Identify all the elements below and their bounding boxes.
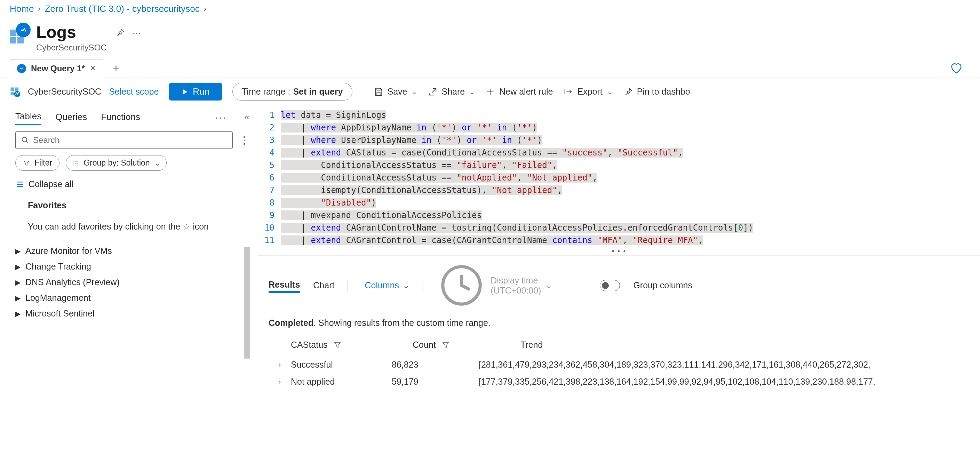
page-title: Logs [36, 24, 107, 41]
results-toolbar: Results Chart Columns⌄ Display time (UTC… [258, 255, 980, 315]
pin-to-dashboard-button[interactable]: Pin to dashbo [623, 87, 690, 97]
svg-rect-4 [377, 88, 380, 90]
line-gutter: 1234567891011 [258, 109, 281, 247]
clock-icon [437, 260, 486, 310]
sidebar: Tables Queries Functions ··· « ⋮ Filter … [0, 105, 258, 453]
svg-rect-1 [15, 87, 18, 91]
filter-icon[interactable] [441, 341, 450, 349]
more-icon[interactable]: ⋮ [239, 139, 250, 141]
close-icon[interactable]: ✕ [90, 64, 96, 73]
more-icon[interactable]: ··· [132, 27, 141, 39]
search-field[interactable] [33, 135, 227, 145]
svg-rect-5 [377, 92, 380, 95]
code-content[interactable]: let data = SigninLogs | where AppDisplay… [281, 109, 980, 247]
workspace-name: CyberSecuritySOC [28, 87, 101, 97]
chevron-right-icon: › [204, 5, 206, 14]
separator [363, 85, 363, 98]
page-subtitle: CyberSecuritySOC [36, 43, 107, 52]
chevron-right-icon: ▶ [15, 278, 21, 287]
query-tabs-row: New Query 1* ✕ + [0, 59, 980, 78]
select-scope-link[interactable]: Select scope [109, 87, 159, 97]
share-button[interactable]: Share⌄ [428, 87, 475, 97]
chevron-right-icon[interactable]: › [269, 377, 291, 386]
new-alert-button[interactable]: New alert rule [485, 87, 553, 97]
group-icon [72, 159, 79, 167]
query-editor[interactable]: 1234567891011 let data = SigninLogs | wh… [258, 105, 980, 250]
breadcrumb-item[interactable]: Zero Trust (TIC 3.0) - cybersecuritysoc [45, 3, 200, 14]
add-tab-button[interactable]: + [110, 62, 123, 74]
favorite-icon[interactable] [950, 61, 970, 76]
cell-trend: [281,361,479,293,234,362,458,304,189,323… [479, 360, 970, 370]
run-button[interactable]: Run [169, 83, 222, 100]
tree-item[interactable]: ▶Microsoft Sentinel [15, 308, 250, 319]
tab-results[interactable]: Results [269, 278, 300, 293]
tab-tables[interactable]: Tables [15, 109, 41, 125]
breadcrumb-home[interactable]: Home [10, 3, 34, 14]
chevron-right-icon: ▶ [15, 247, 21, 255]
cell-castatus: Successful [291, 360, 392, 370]
column-header-castatus[interactable]: CAStatus [291, 340, 392, 350]
scrollbar[interactable] [244, 247, 250, 359]
editor-ellipsis-icon[interactable]: • • • [258, 247, 980, 255]
more-icon[interactable]: ··· [215, 111, 227, 123]
columns-button[interactable]: Columns⌄ [361, 280, 410, 290]
svg-rect-0 [11, 87, 14, 91]
tree-item[interactable]: ▶DNS Analytics (Preview) [15, 277, 250, 287]
status-message: Completed. Showing results from the cust… [258, 315, 980, 331]
collapse-panel-icon[interactable]: « [245, 112, 250, 122]
group-columns-toggle[interactable] [600, 280, 620, 291]
workspace-icon [17, 64, 26, 73]
pin-icon[interactable] [115, 28, 125, 38]
tree-item[interactable]: ▶Change Tracking [15, 262, 250, 271]
table-row[interactable]: › Successful 86,823 [281,361,479,293,234… [269, 356, 970, 373]
query-toolbar: CyberSecuritySOC Select scope Run Time r… [0, 78, 980, 105]
group-columns-label: Group columns [633, 280, 692, 290]
tab-functions[interactable]: Functions [101, 110, 140, 124]
cell-count: 59,179 [392, 377, 479, 387]
tab-queries[interactable]: Queries [55, 110, 87, 124]
chevron-right-icon: › [38, 5, 40, 14]
groupby-button[interactable]: Group by: Solution ⌄ [66, 155, 167, 171]
column-header-count[interactable]: Count [413, 340, 500, 350]
svg-point-6 [22, 137, 27, 142]
chevron-right-icon[interactable]: › [269, 360, 291, 369]
search-input[interactable] [15, 132, 233, 149]
filter-icon[interactable] [333, 341, 342, 349]
tree-item[interactable]: ▶Azure Monitor for VMs [15, 246, 250, 256]
svg-point-3 [14, 91, 21, 97]
filter-button[interactable]: Filter [15, 155, 59, 171]
table-row[interactable]: › Not applied 59,179 [177,379,335,256,42… [269, 373, 970, 390]
cell-trend: [177,379,335,256,421,398,223,138,164,192… [479, 377, 970, 387]
favorites-hint: You can add favorites by clicking on the… [15, 219, 250, 233]
chevron-right-icon: ▶ [15, 294, 21, 302]
tree-item[interactable]: ▶LogManagement [15, 293, 250, 303]
export-button[interactable]: Export⌄ [563, 87, 612, 97]
collapse-icon [15, 180, 24, 189]
blade-header: Logs CyberSecuritySOC ··· [0, 18, 980, 59]
star-icon: ☆ [183, 222, 190, 231]
separator [423, 279, 423, 292]
tab-label: New Query 1* [31, 63, 85, 73]
svg-rect-2 [11, 92, 14, 95]
results-grid: CAStatus Count Trend › Successful 86,823… [258, 331, 980, 396]
tab-chart[interactable]: Chart [313, 279, 334, 292]
filter-icon [22, 159, 30, 167]
cell-castatus: Not applied [291, 377, 392, 387]
breadcrumb: Home › Zero Trust (TIC 3.0) - cybersecur… [0, 0, 980, 18]
chevron-right-icon: ▶ [15, 263, 21, 271]
favorites-heading: Favorites [15, 198, 250, 213]
search-icon [21, 137, 29, 144]
cell-count: 86,823 [392, 360, 479, 370]
logs-icon [10, 24, 29, 43]
collapse-all-button[interactable]: Collapse all [15, 177, 250, 191]
column-header-trend[interactable]: Trend [520, 340, 543, 350]
time-range-picker[interactable]: Time range : Set in query [232, 83, 352, 100]
display-time-button[interactable]: Display time (UTC+00:00)⌄ [437, 260, 552, 310]
save-button[interactable]: Save⌄ [374, 87, 417, 97]
workspace-icon [10, 87, 20, 97]
query-tab[interactable]: New Query 1* ✕ [10, 59, 103, 78]
chevron-right-icon: ▶ [15, 310, 21, 318]
